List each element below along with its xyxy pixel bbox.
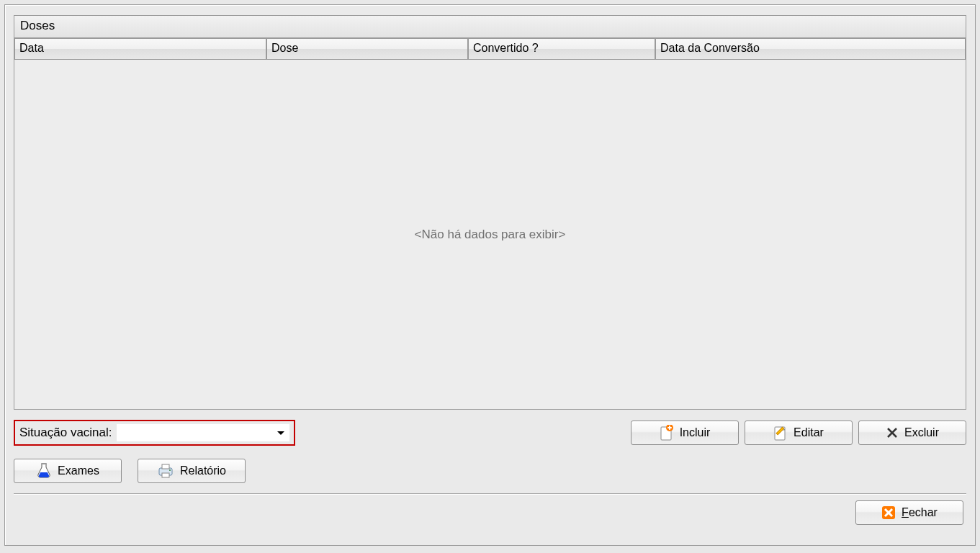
svg-rect-3 [667, 427, 672, 428]
situacao-label: Situação vacinal: [19, 426, 112, 440]
fechar-button[interactable]: Fechar [855, 500, 963, 525]
incluir-button[interactable]: Incluir [631, 421, 739, 445]
editar-button[interactable]: Editar [745, 421, 853, 445]
situacao-combo[interactable] [117, 424, 289, 441]
controls-row-1: Situação vacinal: Incluir [14, 420, 966, 446]
svg-rect-11 [162, 473, 169, 477]
doses-grid-header-row: Data Dose Convertido ? Data da Conversão [14, 38, 966, 60]
fechar-label: Fechar [902, 506, 938, 519]
edit-page-icon [773, 425, 788, 441]
col-data[interactable]: Data [14, 38, 266, 60]
close-square-icon [881, 505, 896, 520]
incluir-label: Incluir [680, 426, 711, 439]
chevron-down-icon [277, 431, 284, 435]
col-dose[interactable]: Dose [266, 38, 468, 60]
editar-label: Editar [794, 426, 824, 439]
col-convertido[interactable]: Convertido ? [468, 38, 655, 60]
relatorio-label: Relatório [180, 464, 226, 477]
relatorio-button[interactable]: Relatório [138, 459, 246, 483]
svg-point-12 [169, 469, 171, 471]
excluir-button[interactable]: Excluir [858, 421, 966, 445]
excluir-label: Excluir [904, 426, 939, 439]
grid-empty-area: <Não há dados para exibir> [14, 60, 966, 409]
top-panel: Doses Data Dose Convertido ? Data da Con… [14, 15, 966, 483]
svg-rect-8 [41, 463, 47, 464]
doses-group: Doses Data Dose Convertido ? Data da Con… [14, 15, 966, 410]
flask-icon [36, 462, 52, 480]
close-icon [886, 426, 899, 439]
empty-text: <Não há dados para exibir> [415, 228, 566, 242]
exames-label: Exames [58, 464, 99, 477]
main-window: Doses Data Dose Convertido ? Data da Con… [4, 4, 976, 546]
printer-icon [157, 463, 174, 479]
bottom-row: Fechar [14, 495, 966, 525]
exames-button[interactable]: Exames [14, 459, 122, 483]
situacao-highlight: Situação vacinal: [14, 420, 295, 446]
group-title: Doses [14, 16, 966, 38]
svg-rect-10 [162, 464, 169, 469]
col-data-conversao[interactable]: Data da Conversão [655, 38, 966, 60]
new-page-plus-icon [660, 425, 674, 441]
controls-row-2: Exames Relatório [14, 459, 966, 483]
